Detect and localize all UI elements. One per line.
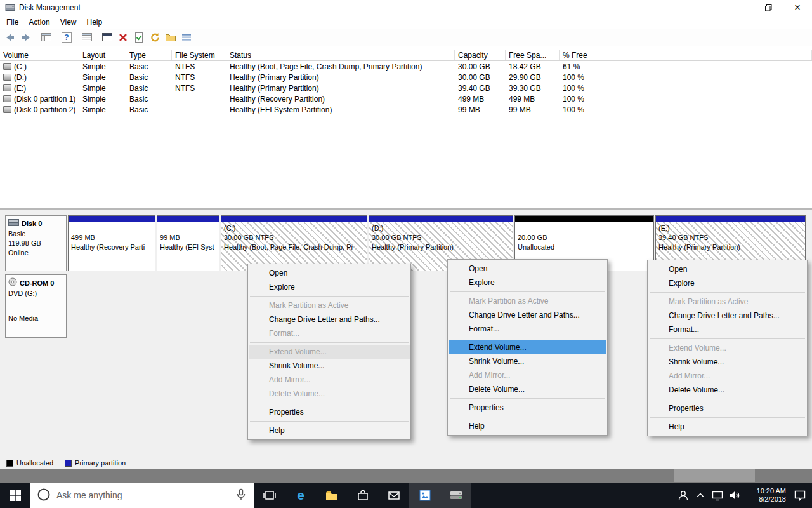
search-input[interactable] (56, 490, 229, 500)
back-icon[interactable] (3, 30, 18, 45)
forward-icon[interactable] (18, 30, 34, 45)
menu-separator (650, 417, 805, 418)
volume-row-e[interactable]: (E:)SimpleBasicNTFSHealthy (Primary Part… (0, 83, 812, 93)
windows-logo-icon (9, 489, 22, 502)
menu-item-change-drive-letter-and-paths[interactable]: Change Drive Letter and Paths... (648, 309, 806, 323)
cdrom-row: CD-ROM 0 DVD (G:) No Media (5, 274, 67, 338)
menu-item-mark-partition-as-active: Mark Partition as Active (449, 294, 606, 308)
volume-row-d[interactable]: (D:)SimpleBasicNTFSHealthy (Primary Part… (0, 72, 812, 83)
menu-item-properties[interactable]: Properties (249, 405, 410, 419)
taskbar-search[interactable] (30, 483, 254, 508)
menu-item-format[interactable]: Format... (648, 323, 806, 337)
menu-item-explore[interactable]: Explore (249, 280, 410, 294)
svg-text:e: e (297, 488, 304, 502)
details-view-icon[interactable] (179, 30, 194, 45)
column-volume[interactable]: Volume (0, 50, 79, 60)
column-pct-free[interactable]: % Free (560, 50, 613, 60)
partition-recovery[interactable]: 499 MBHealthy (Recovery Parti (68, 215, 155, 271)
tray-flyout-remnant (674, 469, 755, 482)
action-center-icon[interactable] (791, 483, 808, 508)
menu-view[interactable]: View (55, 17, 82, 28)
cell-text: 61 % (563, 62, 580, 71)
menu-item-help[interactable]: Help (648, 420, 806, 434)
microphone-icon[interactable] (234, 488, 248, 504)
close-button[interactable]: × (783, 0, 812, 15)
partition-c[interactable]: (C:)30.00 GB NTFSHealthy (Boot, Page Fil… (221, 215, 367, 271)
column-free-space[interactable]: Free Spa... (506, 50, 560, 60)
menu-item-add-mirror: Add Mirror... (648, 369, 806, 383)
menu-action[interactable]: Action (23, 17, 55, 28)
help-icon[interactable]: ? (59, 30, 74, 45)
volume-row-disk0partition1[interactable]: (Disk 0 partition 1)SimpleBasicHealthy (… (0, 93, 812, 104)
volume-row-disk0partition2[interactable]: (Disk 0 partition 2)SimpleBasicHealthy (… (0, 104, 812, 115)
column-file-system[interactable]: File System (172, 50, 226, 60)
start-button[interactable] (0, 483, 30, 508)
export-list-icon[interactable] (79, 30, 95, 45)
cell-text: 29.90 GB (509, 73, 541, 82)
menu-item-mark-partition-as-active: Mark Partition as Active (249, 298, 410, 312)
cell-text: 100 % (563, 73, 584, 82)
menu-file[interactable]: File (1, 17, 23, 28)
cell-text: Basic (129, 62, 148, 71)
menu-item-properties[interactable]: Properties (648, 401, 806, 415)
menu-item-explore[interactable]: Explore (449, 276, 606, 290)
partition-efi[interactable]: 99 MBHealthy (EFI Syst (157, 215, 219, 271)
menu-item-shrink-volume[interactable]: Shrink Volume... (449, 354, 606, 368)
cell-text: 18.42 GB (509, 62, 541, 71)
menu-item-format[interactable]: Format... (449, 322, 606, 336)
menu-item-help[interactable]: Help (449, 419, 606, 433)
photos-icon[interactable] (409, 483, 440, 508)
people-icon[interactable] (674, 483, 691, 508)
restore-button[interactable] (754, 0, 783, 15)
menu-item-properties[interactable]: Properties (449, 401, 606, 415)
menu-item-open[interactable]: Open (449, 262, 606, 276)
console-tree-icon[interactable] (39, 30, 54, 45)
taskbar-clock[interactable]: 10:20 AM 8/2/2018 (745, 487, 786, 504)
column-status[interactable]: Status (226, 50, 455, 60)
menu-item-delete-volume[interactable]: Delete Volume... (648, 383, 806, 397)
menu-item-shrink-volume[interactable]: Shrink Volume... (249, 359, 410, 373)
menu-item-open[interactable]: Open (648, 262, 806, 276)
column-layout[interactable]: Layout (79, 50, 126, 60)
partition-letter: (D:) (372, 224, 510, 233)
menu-item-shrink-volume[interactable]: Shrink Volume... (648, 355, 806, 369)
menu-item-help[interactable]: Help (249, 424, 410, 438)
cdrom-label[interactable]: CD-ROM 0 DVD (G:) No Media (5, 274, 67, 338)
volume-icon[interactable] (726, 483, 743, 508)
volume-table-header: Volume Layout Type File System Status Ca… (0, 50, 812, 61)
edge-icon[interactable]: e (285, 483, 316, 508)
menu-separator (250, 403, 409, 403)
cell-text: Basic (129, 73, 148, 82)
menu-item-explore[interactable]: Explore (648, 276, 806, 290)
properties-icon[interactable] (131, 30, 147, 45)
refresh-icon[interactable] (147, 30, 162, 45)
menu-item-change-drive-letter-and-paths[interactable]: Change Drive Letter and Paths... (449, 308, 606, 322)
partition-status: Healthy (Recovery Parti (71, 243, 152, 252)
mail-icon[interactable] (378, 483, 409, 508)
volume-row-c[interactable]: (C:)SimpleBasicNTFSHealthy (Boot, Page F… (0, 61, 812, 72)
console-window-icon[interactable] (100, 30, 115, 45)
menu-help[interactable]: Help (82, 17, 108, 28)
delete-icon[interactable] (115, 30, 131, 45)
menu-item-change-drive-letter-and-paths[interactable]: Change Drive Letter and Paths... (249, 312, 410, 326)
menu-item-mark-partition-as-active: Mark Partition as Active (648, 295, 806, 309)
store-icon[interactable] (347, 483, 378, 508)
column-type[interactable]: Type (126, 50, 172, 60)
minimize-button[interactable] (724, 0, 754, 15)
menu-item-open[interactable]: Open (249, 266, 410, 280)
disk-management-icon[interactable] (440, 483, 471, 508)
cell-text: NTFS (175, 84, 195, 93)
hidden-icons-icon[interactable] (691, 483, 709, 508)
menu-bar: File Action View Help (0, 15, 812, 29)
partition-size: 30.00 GB NTFS (224, 233, 364, 243)
toolbar: ? (0, 29, 812, 46)
file-explorer-icon[interactable] (316, 483, 347, 508)
column-capacity[interactable]: Capacity (455, 50, 506, 60)
menu-item-delete-volume[interactable]: Delete Volume... (449, 382, 606, 396)
open-folder-icon[interactable] (163, 30, 178, 45)
partition-letter (71, 224, 152, 233)
disk0-label[interactable]: Disk 0 Basic 119.98 GB Online (5, 215, 67, 271)
task-view-icon[interactable] (254, 483, 285, 508)
network-icon[interactable] (709, 483, 726, 508)
menu-item-extend-volume[interactable]: Extend Volume... (449, 340, 606, 354)
